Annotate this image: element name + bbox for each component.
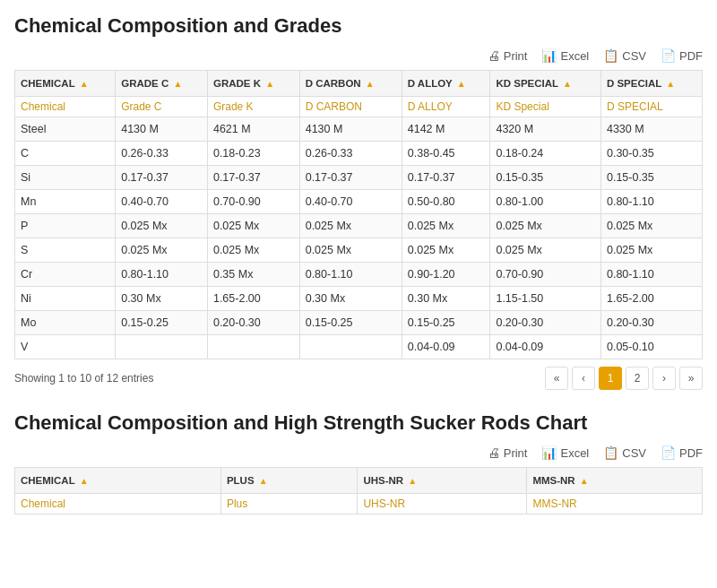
table-cell: 0.30 Mx [116,287,208,311]
table-cell: 0.17-0.37 [299,166,402,190]
table-cell: 0.17-0.37 [116,166,208,190]
section2-title: Chemical Composition and High Strength S… [14,411,703,435]
print-button-2[interactable]: Print [488,445,528,460]
table-cell: V [15,335,116,359]
filter-d-alloy[interactable]: D ALLOY [402,97,490,117]
filter-chemical[interactable]: Chemical [15,97,116,117]
table-cell: 1.65-2.00 [207,287,299,311]
table-cell: 0.025 Mx [207,238,299,263]
table-cell: Mn [15,190,116,214]
filter-d-special[interactable]: D SPECIAL [600,97,702,117]
filter2-plus[interactable]: Plus [220,494,358,514]
csv-button-2[interactable]: CSV [603,445,646,460]
pagination-row: Showing 1 to 10 of 12 entries « ‹ 1 2 › … [14,367,703,390]
table-cell: 0.70-0.90 [490,263,601,287]
table-cell: 0.18-0.23 [207,142,299,166]
table-cell: 0.50-0.80 [402,190,490,214]
table-row: Mn0.40-0.700.70-0.900.40-0.700.50-0.800.… [15,190,703,214]
csv-button[interactable]: CSV [603,48,646,63]
table-cell: 0.20-0.30 [490,311,601,335]
pdf-icon-2 [661,445,676,460]
col2-plus[interactable]: PLUS ▲ [220,468,358,494]
table-cell: Si [15,166,116,190]
table-cell: 0.80-1.10 [299,263,402,287]
table-row: C0.26-0.330.18-0.230.26-0.330.38-0.450.1… [15,142,703,166]
section1-title: Chemical Composition and Grades [14,14,703,38]
page-2-button[interactable]: 2 [626,367,649,390]
table-cell: 0.025 Mx [402,238,490,263]
filter-grade-c[interactable]: Grade C [116,97,208,117]
pdf-button[interactable]: PDF [661,48,703,63]
pdf-button-2[interactable]: PDF [661,445,703,460]
table-cell: 0.15-0.35 [490,166,601,190]
table-cell [207,335,299,359]
table-cell: 0.025 Mx [490,238,601,263]
col-grade-c[interactable]: GRADE C ▲ [116,71,208,97]
table-cell: S [15,238,116,263]
last-page-button[interactable]: » [679,367,703,390]
pagination-controls: « ‹ 1 2 › » [545,367,703,390]
col-grade-k[interactable]: GRADE K ▲ [207,71,299,97]
table-cell: 0.04-0.09 [402,335,490,359]
col-kd-special[interactable]: KD SPECIAL ▲ [490,71,601,97]
excel-icon [541,48,557,63]
print-icon [488,48,500,63]
table-cell: 0.025 Mx [299,238,402,263]
table-cell: 4130 M [116,117,208,142]
table-cell: 0.40-0.70 [116,190,208,214]
table-cell: 4621 M [207,117,299,142]
table-row: Steel4130 M4621 M4130 M4142 M4320 M4330 … [15,117,703,142]
prev-page-button[interactable]: ‹ [572,367,595,390]
section2-toolbar: Print Excel CSV PDF [14,445,703,460]
table-cell: 1.65-2.00 [600,287,702,311]
table-header-row-2: CHEMICAL ▲ PLUS ▲ UHS-NR ▲ MMS-NR ▲ [15,468,703,494]
table-cell: 0.025 Mx [299,214,402,238]
col-d-carbon[interactable]: D CARBON ▲ [299,71,402,97]
table-cell: 0.20-0.30 [600,311,702,335]
filter-kd-special[interactable]: KD Special [490,97,601,117]
showing-entries: Showing 1 to 10 of 12 entries [14,372,153,385]
excel-button[interactable]: Excel [541,48,589,63]
col-chemical[interactable]: CHEMICAL ▲ [15,71,116,97]
col-d-alloy[interactable]: D ALLOY ▲ [402,71,490,97]
next-page-button[interactable]: › [652,367,676,390]
table-cell: 0.30 Mx [299,287,402,311]
grades-table: CHEMICAL ▲ GRADE C ▲ GRADE K ▲ D CARBON … [14,70,703,359]
table-cell: 0.17-0.37 [402,166,490,190]
table-cell: 4130 M [299,117,402,142]
page-1-button[interactable]: 1 [599,367,622,390]
table-cell: 0.025 Mx [116,214,208,238]
filter2-chemical[interactable]: Chemical [15,494,221,514]
table-cell: 0.80-1.00 [490,190,601,214]
pdf-icon [661,48,676,63]
filter2-uhs-nr[interactable]: UHS-NR [358,494,527,514]
col2-uhs-nr[interactable]: UHS-NR ▲ [358,468,527,494]
table-cell: 0.26-0.33 [299,142,402,166]
filter2-mms-nr[interactable]: MMS-NR [527,494,703,514]
table-cell: 0.15-0.25 [402,311,490,335]
table-row: Ni0.30 Mx1.65-2.000.30 Mx0.30 Mx1.15-1.5… [15,287,703,311]
col2-mms-nr[interactable]: MMS-NR ▲ [527,468,703,494]
col-d-special[interactable]: D SPECIAL ▲ [600,71,702,97]
table-cell: 4330 M [600,117,702,142]
print-button[interactable]: Print [488,48,528,63]
table-cell: 0.80-1.10 [116,263,208,287]
table-cell: 0.18-0.24 [490,142,601,166]
section-sucker-rods: Chemical Composition and High Strength S… [14,411,703,514]
table-cell: 0.025 Mx [600,214,702,238]
table-cell: Steel [15,117,116,142]
table-cell: Mo [15,311,116,335]
filter-grade-k[interactable]: Grade K [207,97,299,117]
first-page-button[interactable]: « [545,367,568,390]
table-header-row: CHEMICAL ▲ GRADE C ▲ GRADE K ▲ D CARBON … [15,71,703,97]
table-cell: 0.70-0.90 [207,190,299,214]
table-cell: 0.025 Mx [116,238,208,263]
col2-chemical[interactable]: CHEMICAL ▲ [15,468,221,494]
table-cell: C [15,142,116,166]
excel-button-2[interactable]: Excel [541,445,589,460]
table-cell: 0.30-0.35 [600,142,702,166]
filter-d-carbon[interactable]: D CARBON [299,97,402,117]
sucker-rods-table: CHEMICAL ▲ PLUS ▲ UHS-NR ▲ MMS-NR ▲ Chem… [14,467,703,514]
table-cell: 0.025 Mx [490,214,601,238]
table-row: S0.025 Mx0.025 Mx0.025 Mx0.025 Mx0.025 M… [15,238,703,263]
